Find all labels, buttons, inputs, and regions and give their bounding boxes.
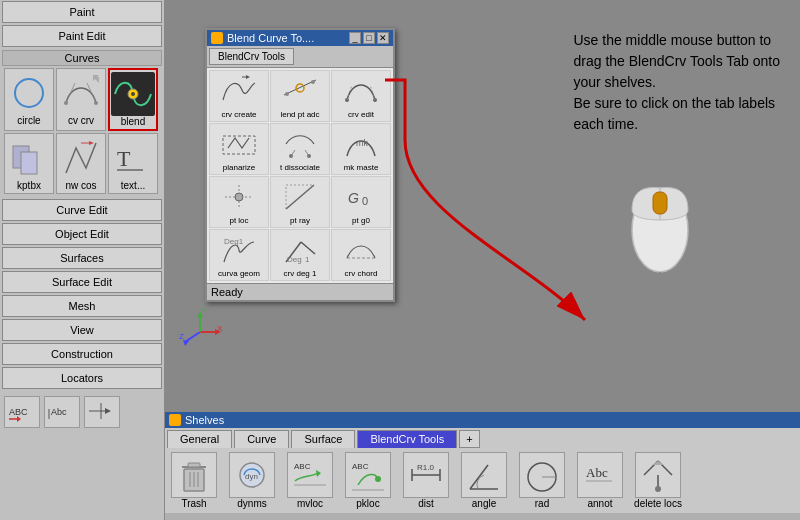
mk-master-label: mk maste xyxy=(344,163,379,172)
svg-text:Abc: Abc xyxy=(586,465,608,480)
tab-general[interactable]: General xyxy=(167,430,232,448)
svg-rect-63 xyxy=(653,192,667,214)
tool-pt-g0[interactable]: G 0 pt g0 xyxy=(331,176,391,228)
nwcos-label: nw cos xyxy=(65,180,96,191)
shelf-trash[interactable]: Trash xyxy=(169,452,219,509)
shelves-icon xyxy=(169,414,181,426)
trash-label: Trash xyxy=(181,498,206,509)
curve-circle[interactable]: circle xyxy=(4,68,54,131)
blendcrv-tools-tab[interactable]: BlendCrv Tools xyxy=(209,48,294,65)
crv-deg1-label: crv deg 1 xyxy=(284,269,317,278)
svg-text:T: T xyxy=(117,146,131,171)
tab-surface[interactable]: Surface xyxy=(291,430,355,448)
tool-crv-create[interactable]: crv create xyxy=(209,70,269,122)
mouse-illustration xyxy=(620,160,700,283)
tab-curve[interactable]: Curve xyxy=(234,430,289,448)
shelves-tabs: General Curve Surface BlendCrv Tools + xyxy=(165,428,800,448)
locator-abc-item[interactable]: ABC xyxy=(4,396,40,428)
tool-grid: crv create lend pt adc xyxy=(207,68,393,283)
annot-label: annot xyxy=(587,498,612,509)
svg-rect-41 xyxy=(223,136,255,154)
curve-cvcurve[interactable]: cv crv xyxy=(56,68,106,131)
3d-viewport: Z X Y Blend Curve To.... _ xyxy=(165,0,800,410)
shelf-pkloc[interactable]: ABC pkloc xyxy=(343,452,393,509)
floating-titlebar: Blend Curve To.... _ □ ✕ xyxy=(207,30,393,46)
curve-edit-button[interactable]: Curve Edit xyxy=(2,199,162,221)
pt-ray-label: pt ray xyxy=(290,216,310,225)
tool-dissociate[interactable]: t dissociate xyxy=(270,123,330,175)
construction-button[interactable]: Construction xyxy=(2,343,162,365)
locator-abc-item2[interactable]: Abc xyxy=(44,396,80,428)
svg-point-0 xyxy=(15,79,43,107)
window-icon xyxy=(211,32,223,44)
text-icon: T xyxy=(111,136,155,180)
mesh-button[interactable]: Mesh xyxy=(2,295,162,317)
surfaces-button[interactable]: Surfaces xyxy=(2,247,162,269)
svg-line-3 xyxy=(66,83,75,103)
dynms-label: dynms xyxy=(237,498,266,509)
tool-mk-master[interactable]: mk mk maste xyxy=(331,123,391,175)
svg-text:Deg: Deg xyxy=(287,255,302,264)
tab-plus[interactable]: + xyxy=(459,430,479,448)
tool-lend-pt[interactable]: lend pt adc xyxy=(270,70,330,122)
window-close[interactable]: ✕ xyxy=(377,32,389,44)
svg-rect-67 xyxy=(188,463,200,467)
svg-line-23 xyxy=(185,332,200,342)
paint-button[interactable]: Paint xyxy=(2,1,162,23)
text-label: text... xyxy=(121,180,145,191)
status-text: Ready xyxy=(211,286,243,298)
shelf-dynms[interactable]: dyn dynms xyxy=(227,452,277,509)
tool-crv-deg1[interactable]: Deg 1 crv deg 1 xyxy=(270,229,330,281)
kptbx-icon xyxy=(7,136,51,180)
annotation-line4: Be sure to click on the tab labels xyxy=(573,95,775,111)
svg-text:1: 1 xyxy=(305,255,310,264)
locator-arrow-item[interactable] xyxy=(84,396,120,428)
tool-pt-ray[interactable]: pt ray xyxy=(270,176,330,228)
curve-kptbx[interactable]: kptbx xyxy=(4,133,54,194)
curva-geom-label: curva geom xyxy=(218,269,260,278)
pt-loc-label: pt loc xyxy=(229,216,248,225)
shelf-angle[interactable]: angle xyxy=(459,452,509,509)
annotation-line2: drag the BlendCrv Tools Tab onto xyxy=(573,53,780,69)
window-minimize[interactable]: _ xyxy=(349,32,361,44)
curve-blend[interactable]: blend xyxy=(108,68,158,131)
cvcurve-label: cv crv xyxy=(68,115,94,126)
annotation-line3: your shelves. xyxy=(573,74,655,90)
curve-text[interactable]: T text... xyxy=(108,133,158,194)
object-edit-button[interactable]: Object Edit xyxy=(2,223,162,245)
shelf-dist[interactable]: R1.0 dist xyxy=(401,452,451,509)
left-sidebar: Paint Paint Edit Curves circle xyxy=(0,0,165,520)
angle-label: angle xyxy=(472,498,496,509)
tool-pt-loc[interactable]: pt loc xyxy=(209,176,269,228)
blend-icon xyxy=(111,72,155,116)
curves-label: Curves xyxy=(2,50,162,66)
annotation-line5: each time. xyxy=(573,116,638,132)
tab-blendcrv[interactable]: BlendCrv Tools xyxy=(357,430,457,448)
shelves-title: Shelves xyxy=(185,414,224,426)
tool-curva-geom[interactable]: Deg1 curva geom xyxy=(209,229,269,281)
svg-text:ABC: ABC xyxy=(9,407,28,417)
tool-crv-edit[interactable]: crv edit xyxy=(331,70,391,122)
floating-tab-bar: BlendCrv Tools xyxy=(207,46,393,68)
locators-button[interactable]: Locators xyxy=(2,367,162,389)
window-maximize[interactable]: □ xyxy=(363,32,375,44)
shelf-annot[interactable]: Abc annot xyxy=(575,452,625,509)
shelf-rad[interactable]: rad xyxy=(517,452,567,509)
svg-text:dyn: dyn xyxy=(245,472,258,481)
curve-nwcos[interactable]: nw cos xyxy=(56,133,106,194)
paint-edit-button[interactable]: Paint Edit xyxy=(2,25,162,47)
planarize-label: planarize xyxy=(223,163,255,172)
svg-point-35 xyxy=(285,92,289,96)
svg-text:Z: Z xyxy=(179,332,184,341)
crv-chord-label: crv chord xyxy=(345,269,378,278)
tool-crv-chord[interactable]: crv chord xyxy=(331,229,391,281)
shelf-mvloc[interactable]: ABC mvloc xyxy=(285,452,335,509)
tool-planarize[interactable]: planarize xyxy=(209,123,269,175)
surface-edit-button[interactable]: Surface Edit xyxy=(2,271,162,293)
shelf-delete-locs[interactable]: delete locs xyxy=(633,452,683,509)
svg-line-50 xyxy=(286,185,314,209)
svg-text:Y: Y xyxy=(201,306,207,315)
dissociate-label: t dissociate xyxy=(280,163,320,172)
view-button[interactable]: View xyxy=(2,319,162,341)
svg-point-44 xyxy=(289,154,293,158)
